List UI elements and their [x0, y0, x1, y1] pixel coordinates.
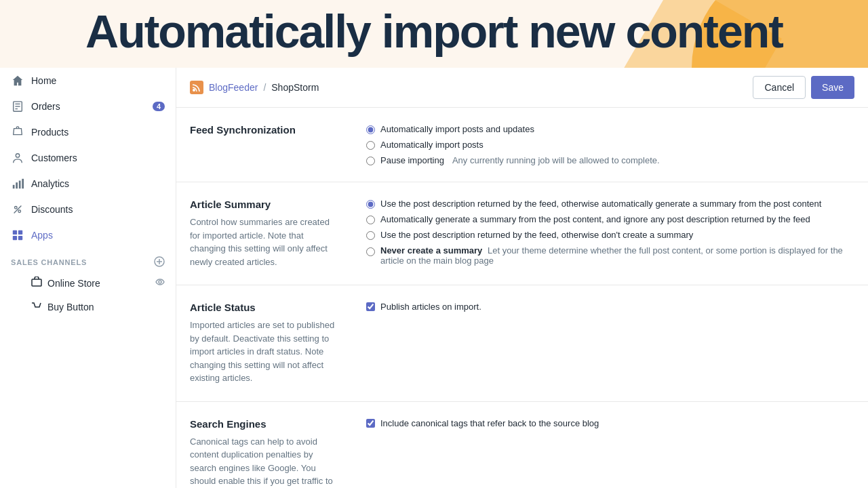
- checkbox-label-canonical: Include canonical tags that refer back t…: [380, 418, 599, 428]
- analytics-icon: [11, 177, 24, 190]
- svg-point-20: [159, 281, 161, 283]
- sidebar-label-home: Home: [31, 75, 56, 86]
- breadcrumb-separator: /: [263, 82, 266, 93]
- breadcrumb-parent[interactable]: BlogFeeder: [209, 82, 258, 93]
- buy-button-icon: [31, 300, 42, 313]
- checkbox-publish-on-import[interactable]: Publish articles on import.: [366, 302, 854, 312]
- search-engines-desc: Canonical tags can help to avoid content…: [190, 435, 339, 489]
- sidebar-item-online-store[interactable]: Online Store: [0, 271, 176, 295]
- sidebar-item-products[interactable]: Products: [0, 119, 176, 145]
- svg-rect-13: [18, 230, 22, 235]
- discounts-icon: [11, 203, 24, 216]
- section-right-article-summary: Use the post description returned by the…: [366, 199, 854, 268]
- svg-rect-12: [13, 230, 17, 235]
- section-right-search-engines: Include canonical tags that refer back t…: [366, 418, 854, 489]
- checkbox-canonical-tags[interactable]: Include canonical tags that refer back t…: [366, 418, 854, 428]
- radio-label-use-post-desc-auto: Use the post description returned by the…: [380, 199, 821, 209]
- radio-auto-import-posts[interactable]: Automatically import posts: [366, 140, 854, 150]
- sidebar-item-analytics[interactable]: Analytics: [0, 171, 176, 197]
- svg-point-4: [16, 154, 19, 157]
- settings-body: Feed Synchronization Automatically impor…: [176, 108, 868, 488]
- sidebar: Home Orders 4 Products Customers A: [0, 68, 176, 488]
- radio-pause-muted: Any currently running job will be allowe…: [452, 155, 660, 165]
- add-sales-channel-button[interactable]: [154, 256, 165, 268]
- article-summary-title: Article Summary: [190, 199, 339, 210]
- section-left-search-engines: Search Engines Canonical tags can help t…: [190, 418, 339, 489]
- blogfeeder-icon: [190, 81, 203, 94]
- sidebar-item-buy-button[interactable]: Buy Button: [0, 295, 176, 319]
- apps-icon: [11, 228, 24, 242]
- feed-sync-options: Automatically import posts and updates A…: [366, 124, 854, 165]
- radio-label-auto-generate-ignore: Automatically generate a summary from th…: [380, 214, 810, 224]
- radio-label-use-post-desc-dont: Use the post description returned by the…: [380, 230, 693, 240]
- breadcrumb: BlogFeeder / ShopStorm: [190, 81, 747, 94]
- svg-rect-5: [13, 185, 15, 188]
- section-feed-sync: Feed Synchronization Automatically impor…: [176, 108, 868, 182]
- products-icon: [11, 125, 24, 139]
- topbar-actions: Cancel Save: [753, 76, 854, 99]
- section-right-article-status: Publish articles on import.: [366, 302, 854, 385]
- section-left-feed-sync: Feed Synchronization: [190, 124, 339, 165]
- app-container: Home Orders 4 Products Customers A: [0, 68, 868, 488]
- orders-badge: 4: [153, 102, 165, 111]
- svg-rect-8: [22, 179, 24, 188]
- radio-never-create[interactable]: Never create a summary Let your theme de…: [366, 245, 854, 266]
- article-status-title: Article Status: [190, 302, 339, 313]
- sidebar-item-home[interactable]: Home: [0, 68, 176, 94]
- svg-rect-7: [19, 181, 21, 189]
- radio-label-pause: Pause importing: [380, 155, 444, 165]
- sales-channels-header: SALES CHANNELS: [0, 248, 176, 271]
- sidebar-label-apps: Apps: [31, 230, 53, 241]
- section-article-status: Article Status Imported articles are set…: [176, 285, 868, 402]
- svg-rect-15: [18, 236, 22, 240]
- section-article-summary: Article Summary Control how summaries ar…: [176, 182, 868, 285]
- radio-auto-generate-ignore[interactable]: Automatically generate a summary from th…: [366, 214, 854, 224]
- feed-sync-title: Feed Synchronization: [190, 124, 339, 136]
- home-icon: [11, 74, 24, 87]
- search-engines-title: Search Engines: [190, 418, 339, 430]
- sidebar-item-orders[interactable]: Orders 4: [0, 94, 176, 119]
- svg-rect-14: [13, 236, 17, 240]
- svg-point-9: [15, 207, 18, 209]
- sidebar-label-discounts: Discounts: [31, 204, 73, 215]
- sidebar-label-products: Products: [31, 127, 68, 138]
- breadcrumb-current: ShopStorm: [271, 82, 319, 93]
- online-store-icon: [31, 277, 42, 289]
- article-summary-desc: Control how summaries are created for im…: [190, 216, 339, 268]
- section-search-engines: Search Engines Canonical tags can help t…: [176, 402, 868, 489]
- radio-pause-importing[interactable]: Pause importing Any currently running jo…: [366, 155, 854, 165]
- buy-button-label: Buy Button: [47, 302, 94, 312]
- eye-icon[interactable]: [155, 277, 165, 289]
- topbar: BlogFeeder / ShopStorm Cancel Save: [176, 68, 868, 108]
- sidebar-label-analytics: Analytics: [31, 178, 69, 189]
- sidebar-item-customers[interactable]: Customers: [0, 145, 176, 171]
- radio-auto-import-posts-updates[interactable]: Automatically import posts and updates: [366, 124, 854, 134]
- sidebar-label-customers: Customers: [31, 152, 77, 163]
- svg-point-21: [193, 89, 195, 92]
- radio-label-auto-posts: Automatically import posts: [380, 140, 484, 150]
- sidebar-item-discounts[interactable]: Discounts: [0, 197, 176, 222]
- sidebar-item-apps[interactable]: Apps: [0, 222, 176, 248]
- sidebar-label-orders: Orders: [31, 101, 60, 112]
- svg-rect-19: [32, 279, 41, 286]
- article-summary-options: Use the post description returned by the…: [366, 199, 854, 266]
- article-status-desc: Imported articles are set to published b…: [190, 319, 339, 385]
- orders-icon: [11, 100, 24, 113]
- topbar-cancel-button[interactable]: Cancel: [753, 76, 806, 99]
- main-content: BlogFeeder / ShopStorm Cancel Save Feed …: [176, 68, 868, 488]
- radio-label-auto-posts-updates: Automatically import posts and updates: [380, 124, 534, 134]
- radio-label-never-create: Never create a summary Let your theme de…: [380, 245, 854, 266]
- customers-icon: [11, 151, 24, 165]
- svg-point-10: [18, 210, 21, 213]
- radio-use-post-desc-auto[interactable]: Use the post description returned by the…: [366, 199, 854, 209]
- topbar-save-button[interactable]: Save: [811, 76, 854, 99]
- checkbox-label-publish: Publish articles on import.: [380, 302, 481, 312]
- radio-use-post-desc-dont[interactable]: Use the post description returned by the…: [366, 230, 854, 240]
- section-left-article-summary: Article Summary Control how summaries ar…: [190, 199, 339, 268]
- section-right-feed-sync: Automatically import posts and updates A…: [366, 124, 854, 165]
- online-store-label: Online Store: [47, 278, 100, 289]
- svg-rect-6: [16, 182, 18, 188]
- section-left-article-status: Article Status Imported articles are set…: [190, 302, 339, 385]
